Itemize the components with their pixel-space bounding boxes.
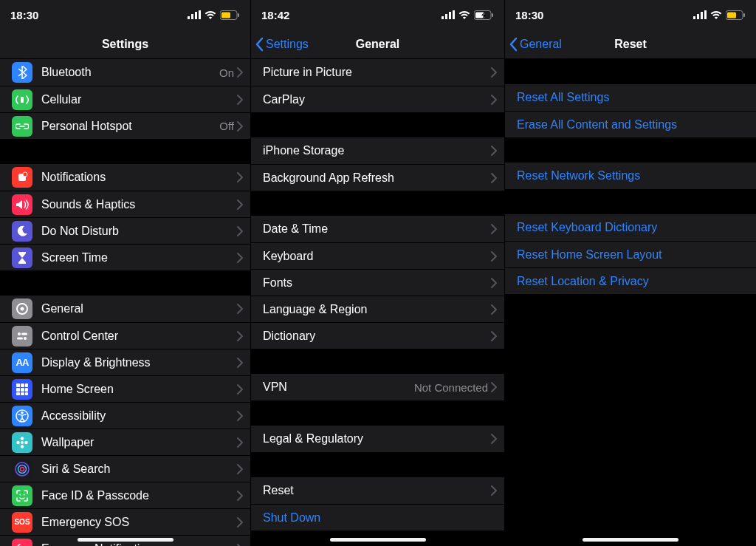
wifi-icon xyxy=(205,10,216,19)
sounds-icon xyxy=(12,194,32,215)
navbar-general: Settings General xyxy=(251,30,504,59)
status-icons xyxy=(693,10,746,20)
svg-rect-21 xyxy=(25,388,28,392)
panel-settings: 18:30 Settings BluetoothOnCellularPerson… xyxy=(0,0,250,546)
battery-icon xyxy=(220,10,240,20)
cell-wallpaper[interactable]: Wallpaper xyxy=(0,429,250,455)
cell-label: Emergency SOS xyxy=(41,516,237,529)
cell-reset-all[interactable]: Reset All Settings xyxy=(505,84,756,111)
group-separator xyxy=(251,191,504,216)
back-button[interactable]: General xyxy=(509,30,562,58)
cell-reset[interactable]: Reset xyxy=(251,477,504,504)
chevron-right-icon xyxy=(237,304,243,314)
chevron-right-icon xyxy=(237,464,243,474)
svg-rect-17 xyxy=(21,383,24,387)
cell-siri[interactable]: Siri & Search xyxy=(0,455,250,482)
cell-label: Bluetooth xyxy=(41,66,219,79)
chevron-right-icon xyxy=(491,382,497,392)
cell-sos[interactable]: SOSEmergency SOS xyxy=(0,508,250,535)
svg-rect-24 xyxy=(25,392,28,395)
cell-label: VPN xyxy=(263,381,414,394)
cell-reset-network[interactable]: Reset Network Settings xyxy=(505,163,756,189)
cell-bluetooth[interactable]: BluetoothOn xyxy=(0,59,250,86)
cell-shutdown[interactable]: Shut Down xyxy=(251,504,504,530)
reset-list[interactable]: Reset All SettingsErase All Content and … xyxy=(505,59,756,294)
svg-point-36 xyxy=(24,494,25,495)
svg-point-14 xyxy=(24,337,27,340)
cell-control-center[interactable]: Control Center xyxy=(0,322,250,349)
cell-dnd[interactable]: Do Not Disturb xyxy=(0,217,250,244)
chevron-right-icon xyxy=(237,67,243,78)
status-time: 18:42 xyxy=(261,9,289,21)
wifi-icon xyxy=(458,10,470,19)
cell-display[interactable]: AADisplay & Brightness xyxy=(0,349,250,375)
cell-label: Legal & Regulatory xyxy=(263,432,491,446)
svg-rect-46 xyxy=(693,16,695,19)
cell-screentime[interactable]: Screen Time xyxy=(0,244,250,270)
cell-faceid[interactable]: Face ID & Passcode xyxy=(0,482,250,508)
cell-carplay[interactable]: CarPlay xyxy=(251,86,504,112)
home-indicator[interactable] xyxy=(78,538,173,542)
svg-point-32 xyxy=(16,463,29,476)
cell-label: Reset Home Screen Layout xyxy=(517,248,662,262)
battery-icon xyxy=(474,10,494,20)
cell-accessibility[interactable]: Accessibility xyxy=(0,402,250,429)
cell-label: Reset xyxy=(263,484,491,497)
screentime-icon xyxy=(12,248,32,268)
cell-legal[interactable]: Legal & Regulatory xyxy=(251,426,504,452)
cell-pip[interactable]: Picture in Picture xyxy=(251,59,504,86)
svg-rect-45 xyxy=(492,13,493,17)
cell-home-screen[interactable]: Home Screen xyxy=(0,375,250,402)
cell-general[interactable]: General xyxy=(0,296,250,322)
chevron-right-icon xyxy=(491,251,497,262)
signal-icon xyxy=(693,10,707,19)
cell-label: Screen Time xyxy=(41,251,237,265)
settings-list[interactable]: BluetoothOnCellularPersonal HotspotOffNo… xyxy=(0,59,250,546)
cell-vpn[interactable]: VPNNot Connected xyxy=(251,374,504,400)
cell-reset-location[interactable]: Reset Location & Privacy xyxy=(505,267,756,294)
cell-keyboard[interactable]: Keyboard xyxy=(251,242,504,269)
back-button[interactable]: Settings xyxy=(255,30,309,58)
cell-label: Language & Region xyxy=(263,303,491,316)
cell-dictionary[interactable]: Dictionary xyxy=(251,322,504,349)
general-list[interactable]: Picture in PictureCarPlayiPhone StorageB… xyxy=(251,59,504,530)
chevron-right-icon xyxy=(237,517,243,528)
cell-erase-all[interactable]: Erase All Content and Settings xyxy=(505,111,756,137)
chevron-right-icon xyxy=(491,173,497,183)
home-indicator[interactable] xyxy=(583,538,678,542)
cell-detail: On xyxy=(219,66,234,79)
status-bar: 18:30 xyxy=(0,0,250,30)
bluetooth-icon xyxy=(12,62,32,83)
svg-rect-18 xyxy=(25,383,28,387)
cell-sounds[interactable]: Sounds & Haptics xyxy=(0,191,250,217)
cell-label: Fonts xyxy=(263,276,491,290)
navbar-title: Reset xyxy=(614,38,647,51)
svg-rect-48 xyxy=(701,12,703,19)
cell-lang-region[interactable]: Language & Region xyxy=(251,296,504,322)
cell-cellular[interactable]: Cellular xyxy=(0,86,250,112)
chevron-right-icon xyxy=(237,95,243,105)
home-screen-icon xyxy=(12,379,32,400)
battery-icon xyxy=(726,10,746,20)
chevron-left-icon xyxy=(509,37,518,52)
home-indicator[interactable] xyxy=(330,538,426,542)
svg-rect-22 xyxy=(16,392,20,395)
cell-label: Wallpaper xyxy=(41,436,237,449)
chevron-right-icon xyxy=(237,331,243,341)
cell-fonts[interactable]: Fonts xyxy=(251,269,504,296)
svg-point-9 xyxy=(23,172,27,177)
chevron-right-icon xyxy=(491,146,497,156)
cell-storage[interactable]: iPhone Storage xyxy=(251,137,504,164)
cell-label: Reset Keyboard Dictionary xyxy=(517,221,657,234)
svg-rect-52 xyxy=(743,13,745,17)
cell-bg-refresh[interactable]: Background App Refresh xyxy=(251,164,504,191)
cell-reset-home[interactable]: Reset Home Screen Layout xyxy=(505,241,756,267)
group-separator xyxy=(505,137,756,163)
cell-reset-keyboard[interactable]: Reset Keyboard Dictionary xyxy=(505,214,756,241)
cell-datetime[interactable]: Date & Time xyxy=(251,216,504,242)
chevron-right-icon xyxy=(491,278,497,288)
signal-icon xyxy=(441,10,455,19)
cell-notifications[interactable]: Notifications xyxy=(0,164,250,191)
sos-icon: SOS xyxy=(12,512,32,533)
cell-hotspot[interactable]: Personal HotspotOff xyxy=(0,112,250,139)
